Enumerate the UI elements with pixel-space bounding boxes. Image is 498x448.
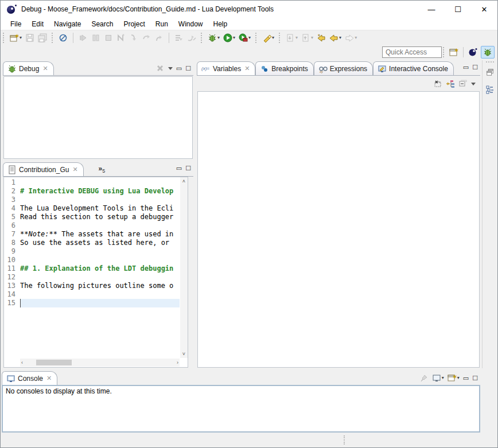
previous-annotation-button[interactable]: ▾ xyxy=(300,32,314,44)
remove-all-terminated-icon[interactable] xyxy=(155,64,165,73)
next-annotation-button[interactable]: ▾ xyxy=(285,32,299,44)
editor-line[interactable]: 14 xyxy=(4,290,180,299)
editor-vertical-scrollbar[interactable]: ˄ ˅ xyxy=(180,177,188,358)
console-output-area[interactable]: No consoles to display at this time. xyxy=(2,385,480,433)
mark-occurrences-button[interactable]: ▾ xyxy=(261,32,275,44)
toolbar-drag-handle[interactable] xyxy=(3,33,5,43)
mark-occurrences-dropdown-arrow[interactable]: ▾ xyxy=(272,36,274,40)
trim-drag-handle[interactable] xyxy=(486,61,494,63)
minimize-view-icon[interactable]: ▭ xyxy=(176,65,182,72)
variables-tree-area[interactable] xyxy=(197,91,480,368)
maximize-view-icon[interactable]: ☐ xyxy=(185,165,191,172)
toolbar-drag-handle[interactable] xyxy=(443,47,445,57)
maximize-view-icon[interactable]: ☐ xyxy=(185,65,191,72)
minimize-view-icon[interactable]: ▭ xyxy=(463,375,469,381)
scrollbar-thumb[interactable] xyxy=(36,360,72,365)
scroll-down-icon[interactable]: ˅ xyxy=(181,350,186,358)
editor-text-area[interactable]: 12# Interactive DEBUG using Lua Develop3… xyxy=(3,177,188,368)
minimize-view-icon[interactable]: ▭ xyxy=(176,165,182,172)
last-edit-location-button[interactable]: ✶ xyxy=(316,32,327,44)
suspend-button[interactable] xyxy=(90,32,102,44)
new-wizard-button[interactable]: ✶ ▾ xyxy=(9,32,23,44)
forward-dropdown-arrow[interactable]: ▾ xyxy=(355,36,357,40)
editor-horizontal-scrollbar[interactable]: ‹ › xyxy=(20,359,180,367)
menu-project[interactable]: Project xyxy=(118,19,150,29)
outline-view-button[interactable] xyxy=(484,83,496,96)
open-console-dropdown-arrow[interactable]: ▾ xyxy=(457,376,460,380)
editor-line[interactable]: 6 xyxy=(4,221,180,230)
editor-line[interactable]: 12 xyxy=(4,273,180,282)
step-into-button[interactable] xyxy=(128,32,139,44)
editor-line[interactable]: 5Read this section to setup a debugger xyxy=(4,213,180,221)
close-tab-icon[interactable]: ✕ xyxy=(72,166,77,173)
debug-button[interactable]: ▾ xyxy=(207,32,221,44)
restore-view-button[interactable] xyxy=(484,66,496,79)
show-logical-structures-icon[interactable] xyxy=(446,79,455,88)
toolbar-drag-handle[interactable] xyxy=(255,33,258,43)
debug-perspective-button[interactable] xyxy=(481,46,495,59)
editor-line[interactable]: 2# Interactive DEBUG using Lua Develop xyxy=(4,187,180,196)
toolbar-drag-handle[interactable] xyxy=(279,33,281,43)
open-console-button[interactable]: ✶ ▾ xyxy=(448,373,460,383)
minimize-view-icon[interactable]: ▭ xyxy=(463,64,469,71)
minimize-button[interactable]: — xyxy=(418,1,445,18)
run-dropdown-arrow[interactable]: ▾ xyxy=(233,36,235,40)
editor-line[interactable]: 7**Note:** The assets that are used in xyxy=(4,230,180,239)
run-button[interactable]: ▾ xyxy=(222,32,236,44)
view-menu-icon[interactable] xyxy=(471,83,476,85)
editor-line[interactable]: 9 xyxy=(4,247,180,256)
new-dropdown-arrow[interactable]: ▾ xyxy=(20,36,22,40)
debug-tree-area[interactable] xyxy=(3,76,193,159)
lua-perspective-button[interactable] xyxy=(466,46,480,59)
back-dropdown-arrow[interactable]: ▾ xyxy=(339,36,341,40)
toolbar-drag-handle[interactable] xyxy=(52,33,54,43)
skip-all-breakpoints-button[interactable] xyxy=(57,32,69,44)
disconnect-button[interactable] xyxy=(115,32,127,44)
menu-edit[interactable]: Edit xyxy=(26,19,49,29)
display-selected-console-button[interactable]: ▾ xyxy=(432,373,444,383)
toolbar-drag-handle[interactable] xyxy=(201,33,203,43)
editor-line[interactable]: 15 xyxy=(4,299,180,307)
save-all-button[interactable] xyxy=(37,32,48,44)
editor-line[interactable]: 13The following pictures outline some o xyxy=(4,282,180,290)
resume-button[interactable] xyxy=(77,32,89,44)
scroll-right-icon[interactable]: › xyxy=(176,359,180,367)
tab-expressions[interactable]: xy Expressions xyxy=(314,61,373,75)
use-step-filters-button[interactable] xyxy=(173,32,185,44)
step-over-button[interactable] xyxy=(141,32,152,44)
scroll-left-icon[interactable]: ‹ xyxy=(20,359,24,367)
menu-window[interactable]: Window xyxy=(173,19,208,29)
tab-interactive-console[interactable]: Interactive Console xyxy=(373,61,454,75)
status-trim-drag-handle[interactable] xyxy=(344,435,345,445)
external-tools-button[interactable]: ▾ xyxy=(238,32,252,44)
maximize-button[interactable]: ☐ xyxy=(445,1,471,18)
open-perspective-button[interactable]: ✶ xyxy=(447,46,461,59)
editor-line[interactable]: 11## 1. Explanation of the LDT debuggin xyxy=(4,264,180,273)
editor-line[interactable]: 4The Lua Development Tools in the Ecli xyxy=(4,204,180,213)
step-return-button[interactable] xyxy=(153,32,165,44)
quick-access-input[interactable] xyxy=(382,46,442,58)
pin-console-icon[interactable] xyxy=(419,373,429,383)
back-button[interactable]: ▾ xyxy=(328,32,343,44)
save-button[interactable] xyxy=(24,32,36,44)
terminate-button[interactable] xyxy=(103,32,114,44)
previous-annotation-dropdown-arrow[interactable]: ▾ xyxy=(311,36,313,40)
maximize-view-icon[interactable]: ☐ xyxy=(472,64,478,71)
next-annotation-dropdown-arrow[interactable]: ▾ xyxy=(295,36,298,40)
collapse-all-icon[interactable] xyxy=(458,79,468,88)
drop-to-frame-button[interactable] xyxy=(186,32,197,44)
forward-button[interactable]: ▾ xyxy=(344,32,358,44)
tab-debug[interactable]: Debug ✕ xyxy=(3,61,54,75)
tab-console[interactable]: Console ✕ xyxy=(2,371,57,385)
menu-file[interactable]: File xyxy=(5,19,26,29)
maximize-view-icon[interactable]: ☐ xyxy=(472,375,478,381)
menu-navigate[interactable]: Navigate xyxy=(49,19,86,29)
debug-dropdown-arrow[interactable]: ▾ xyxy=(217,36,220,40)
editor-line[interactable]: 3 xyxy=(4,196,180,204)
editor-line[interactable]: 1 xyxy=(4,178,180,187)
menu-run[interactable]: Run xyxy=(150,19,173,29)
close-tab-icon[interactable]: ✕ xyxy=(46,375,52,382)
tab-editor-contribution-guide[interactable]: Contribution_Gu ✕ xyxy=(3,162,84,176)
scroll-up-icon[interactable]: ˄ xyxy=(181,177,186,185)
close-tab-icon[interactable]: ✕ xyxy=(244,65,250,72)
